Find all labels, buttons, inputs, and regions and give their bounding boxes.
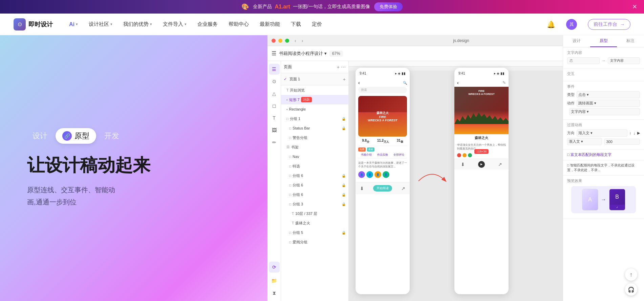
nav-import-label: 文件导入 [163, 21, 183, 27]
sidebar-pen-icon[interactable]: ✏ [269, 137, 280, 148]
logo-area[interactable]: ⊙ 即时设计 [14, 18, 53, 31]
animation-up-icon[interactable]: ↑ [629, 131, 631, 135]
layer-item-active[interactable]: ▪ 短形 7 活跃 [281, 95, 348, 104]
sidebar-text-icon[interactable]: T [269, 113, 280, 123]
layer-item[interactable]: □ Status Bar 🔒 [281, 123, 348, 133]
notification-bell-icon[interactable]: 🔔 [547, 20, 555, 28]
bottom-share-icon[interactable]: ↗ [401, 186, 405, 191]
window-back-icon[interactable]: ‹ [295, 38, 296, 43]
nav-item-advantage[interactable]: 我们的优势 ▾ [123, 21, 152, 27]
page-add-icon[interactable]: + [343, 77, 346, 82]
nav-item-download[interactable]: 下载 [291, 21, 301, 27]
layer-item[interactable]: 目 书架 [281, 142, 348, 152]
layer-item[interactable]: □ 分组 1 🔒 [281, 114, 348, 123]
sidebar-layers-icon[interactable]: ☰ [269, 64, 280, 75]
search-input-mock[interactable]: 搜索 [358, 87, 407, 93]
layer-item[interactable]: □ 分组 6 🔒 [281, 180, 348, 190]
nav-features-label: 最新功能 [260, 21, 280, 27]
layer-item[interactable]: ▪ Rectangle [281, 104, 348, 114]
sidebar-history-icon[interactable]: ⧗ [269, 287, 280, 298]
layer-type-icon: ▪ [286, 98, 288, 102]
nav-item-features[interactable]: 最新功能 [260, 21, 280, 27]
sidebar-component-icon[interactable]: ◻ [269, 100, 280, 111]
window-forward-icon[interactable]: › [302, 38, 303, 43]
banner-text2: 一张图/一句话，立即生成高质量图像 [293, 4, 370, 10]
animation-expand-icon[interactable]: ▶ [637, 131, 640, 135]
sidebar-assets-icon[interactable]: 📁 [269, 275, 280, 286]
layer-item[interactable]: T 森林之火 [281, 218, 348, 228]
tab-prototype[interactable]: 🔗 原型 [56, 128, 96, 144]
phone2-back-icon[interactable]: ‹ [457, 80, 459, 85]
event-action-label: 动作 [567, 101, 575, 106]
layer-item[interactable]: □ 分组 5 🔒 [281, 228, 348, 237]
tab-reviews[interactable]: 全部评论 [393, 153, 404, 157]
control-prev-icon[interactable]: ⬇ [461, 162, 465, 167]
zoom-level[interactable]: 67% [329, 51, 343, 57]
banner-cta-button[interactable]: 免费体验 [374, 2, 403, 11]
rich-text-label[interactable]: □ 富文本匹配到的每段文字 [567, 152, 640, 157]
event-target-select[interactable]: 文字内容 ▾ [569, 108, 640, 115]
support-button[interactable]: 🎧 [625, 283, 637, 296]
interaction-title: 交互 [567, 71, 640, 76]
page-name[interactable]: 页面 1 [289, 77, 300, 82]
tab-catalog[interactable]: 作品实验 [377, 153, 388, 157]
sidebar-image-icon[interactable]: 🖼 [269, 125, 280, 136]
banner-close-button[interactable]: ✕ [632, 3, 637, 11]
tab-intro[interactable]: 书籍介绍 [361, 153, 372, 157]
add-page-icon[interactable]: + [337, 64, 340, 70]
layer-item[interactable]: □ 警告分组 [281, 133, 348, 142]
nav-item-pricing[interactable]: 定价 [312, 21, 322, 27]
layer-item[interactable]: □ 分组 6 🔒 [281, 171, 348, 180]
tab-dev[interactable]: 开发 [99, 128, 125, 144]
window-minimize-dot[interactable] [278, 39, 282, 43]
file-name[interactable]: 书籍阅读类小程序设计 ▾ [279, 51, 327, 57]
text-target-input[interactable]: 文字内容 [608, 61, 640, 64]
phone-time: 9:41 [360, 72, 366, 75]
window-close-dot[interactable] [272, 39, 276, 43]
menu-icon[interactable]: ☰ [272, 50, 276, 57]
layer-type-icon: 目 [286, 145, 290, 149]
tab-design[interactable]: 设计 [27, 128, 53, 144]
event-action-select[interactable]: 跳转画面 ▾ [577, 100, 640, 107]
fix-checkbox[interactable]: □ [567, 163, 569, 167]
layer-label: 分组 6 [293, 192, 303, 197]
window-maximize-dot[interactable] [285, 39, 289, 43]
goto-workspace-button[interactable]: 前往工作台 → [588, 19, 630, 30]
phone2-edit-icon[interactable]: ✎ [502, 80, 506, 85]
phone2-status-icons: ▸ ◈ ▮▮ [494, 72, 505, 75]
layer-item[interactable]: □ 爱阅分组 [281, 237, 348, 247]
nav-item-import[interactable]: 文件导入 ▾ [163, 21, 187, 27]
layer-item[interactable]: T 10层 / 337 层 [281, 209, 348, 218]
control-play-icon[interactable]: ▶ [478, 161, 485, 168]
sidebar-frame-icon[interactable]: △ [269, 88, 280, 99]
state-input[interactable]: 态 [567, 61, 600, 64]
dimension-badge: 118×36 [474, 149, 489, 154]
scroll-to-top-button[interactable]: ↑ [625, 268, 637, 281]
start-reading-button[interactable]: 开始阅读 [373, 185, 392, 192]
layers-header: 页面 + ⋯ [281, 61, 348, 73]
user-avatar[interactable]: 其 [566, 19, 577, 30]
nav-item-help[interactable]: 帮助中心 [229, 21, 249, 27]
animation-down-icon[interactable]: ↓ [634, 131, 636, 135]
animation-direction-select[interactable]: 渐入文 ▾ [577, 129, 627, 137]
nav-item-enterprise[interactable]: 企业服务 [197, 21, 218, 27]
fix-section: □ 智能匹配期间的每段文字，不录此处通过设置，不录此处，不录... [563, 160, 644, 176]
stat-score: 9.8分 [362, 139, 369, 144]
bottom-download-icon[interactable]: ⬇ [360, 186, 364, 191]
control-next-icon[interactable]: ↗ [498, 162, 502, 167]
layer-item[interactable]: □ 分组 6 🔒 [281, 190, 348, 199]
nav-item-ai[interactable]: Ai ▾ [69, 21, 78, 27]
layer-item[interactable]: □ 分组 3 🔒 [281, 199, 348, 209]
layer-item[interactable]: □ Nav [281, 152, 348, 161]
layers-more-icon[interactable]: ⋯ [341, 64, 346, 70]
sidebar-search-icon[interactable]: ⊙ [269, 76, 280, 87]
animation-duration-input[interactable]: 300 [604, 139, 640, 145]
animation-easing-select[interactable]: 渐入文 ▾ [567, 138, 602, 145]
nav-item-community[interactable]: 设计社区 ▾ [89, 21, 112, 27]
rich-text-checkbox[interactable]: □ [567, 153, 570, 157]
layer-item[interactable]: □ 特选 [281, 161, 348, 171]
sidebar-prototype-icon[interactable]: ⟳ [269, 262, 280, 273]
back-icon[interactable]: ‹ [358, 80, 360, 85]
event-type-select[interactable]: 点击 ▾ [577, 91, 640, 98]
layer-item[interactable]: T 开始浏览 [281, 85, 348, 95]
